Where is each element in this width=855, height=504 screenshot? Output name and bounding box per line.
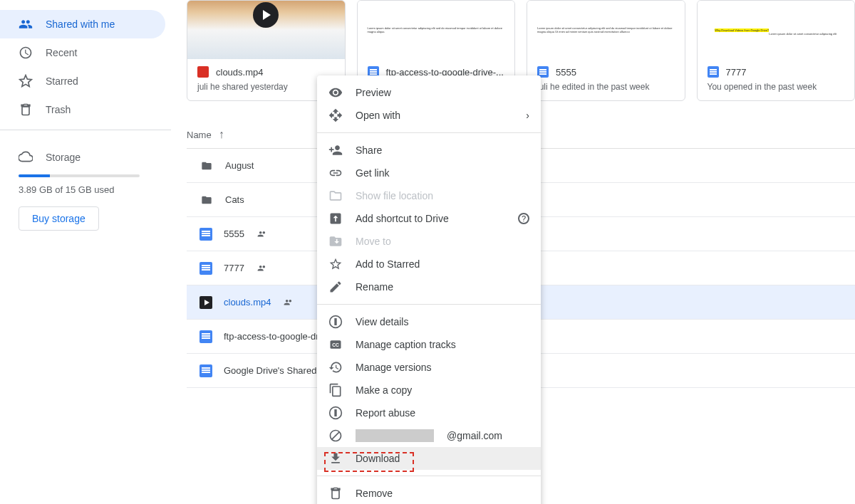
block-icon <box>328 429 343 443</box>
storage-bar <box>19 174 140 177</box>
card-subtitle: You opened in the past week <box>708 82 845 92</box>
person-add-icon <box>328 143 343 157</box>
cc-icon <box>328 337 343 352</box>
doc-icon <box>200 228 212 241</box>
menu-remove[interactable]: Remove <box>317 482 541 504</box>
menu-separator <box>317 132 541 133</box>
menu-manage-versions[interactable]: Manage versions <box>317 356 541 379</box>
trash-icon <box>19 103 33 117</box>
nav-label: Trash <box>46 104 71 115</box>
card-thumbnail: Lorem ipsum dolor sit amet consectetur a… <box>527 1 685 59</box>
shared-icon <box>282 298 295 308</box>
copy-icon <box>328 383 343 397</box>
card-subtitle: juli he edited in the past week <box>537 82 675 92</box>
divider <box>0 130 171 130</box>
menu-get-link[interactable]: Get link <box>317 162 541 184</box>
column-name: Name <box>187 130 212 140</box>
menu-caption-tracks[interactable]: Manage caption tracks <box>317 333 541 356</box>
file-name: 5555 <box>224 229 244 239</box>
context-menu: Preview Open with› Share Get link Show f… <box>317 75 541 504</box>
folder-icon <box>200 194 214 206</box>
move-to-icon <box>328 234 343 248</box>
menu-make-copy[interactable]: Make a copy <box>317 379 541 401</box>
menu-rename[interactable]: Rename <box>317 275 541 298</box>
menu-open-with[interactable]: Open with› <box>317 104 541 127</box>
file-name: Cats <box>225 194 244 205</box>
shared-icon <box>256 263 269 273</box>
file-name: August <box>225 160 254 171</box>
star-outline-icon <box>328 257 343 271</box>
file-name: ftp-access-to-google-drive <box>224 331 331 342</box>
storage-text: 3.89 GB of 15 GB used <box>19 184 152 195</box>
menu-show-location: Show file location <box>317 184 541 207</box>
card-5555[interactable]: Lorem ipsum dolor sit amet consectetur a… <box>527 0 685 101</box>
menu-view-details[interactable]: View details <box>317 310 541 333</box>
history-icon <box>328 360 343 374</box>
sort-arrow-up-icon: ↑ <box>219 128 224 141</box>
nav-trash[interactable]: Trash <box>0 95 165 124</box>
shared-icon <box>256 229 269 239</box>
menu-share[interactable]: Share <box>317 139 541 162</box>
nav-starred[interactable]: Starred <box>0 67 165 95</box>
cloud-icon <box>19 149 33 166</box>
card-thumbnail <box>187 1 345 59</box>
play-icon <box>253 2 279 28</box>
doc-icon <box>200 364 212 377</box>
file-name: 7777 <box>224 263 244 273</box>
redacted-email <box>356 429 434 442</box>
card-subtitle: juli he shared yesterday <box>197 82 335 92</box>
doc-icon <box>200 262 212 275</box>
menu-add-starred[interactable]: Add to Starred <box>317 253 541 275</box>
menu-move-to: Move to <box>317 230 541 253</box>
storage-section: Storage 3.89 GB of 15 GB used Buy storag… <box>0 136 171 231</box>
menu-download[interactable]: Download <box>317 447 541 470</box>
video-icon <box>197 66 209 78</box>
clock-icon <box>19 46 33 60</box>
nav-shared-with-me[interactable]: Shared with me <box>0 10 165 38</box>
people-icon <box>19 17 33 31</box>
open-with-icon <box>328 108 343 122</box>
card-title: 5555 <box>556 67 576 78</box>
menu-preview[interactable]: Preview <box>317 81 541 104</box>
nav-label: Starred <box>46 75 78 87</box>
doc-icon <box>708 66 719 78</box>
nav-label: Shared with me <box>46 19 115 30</box>
file-name: clouds.mp4 <box>224 297 271 308</box>
star-icon <box>19 74 33 88</box>
pencil-icon <box>328 280 343 294</box>
menu-separator <box>317 476 541 476</box>
eye-icon <box>328 85 343 100</box>
menu-block-email[interactable]: @gmail.com <box>317 424 541 447</box>
menu-add-shortcut[interactable]: Add shortcut to Drive? <box>317 207 541 230</box>
nav-recent[interactable]: Recent <box>0 38 165 67</box>
download-icon <box>328 451 343 466</box>
nav-label: Recent <box>46 47 77 58</box>
nav-storage[interactable]: Storage <box>19 143 152 172</box>
file-name: Google Drive's Shared <box>224 365 316 376</box>
delete-icon <box>328 486 343 500</box>
card-title: 7777 <box>726 67 747 78</box>
card-thumbnail: Why Download Videos from Google Drive?Lo… <box>698 1 855 59</box>
menu-separator <box>317 304 541 305</box>
card-7777[interactable]: Why Download Videos from Google Drive?Lo… <box>697 0 856 101</box>
sidebar: Shared with me Recent Starred Trash Stor… <box>0 0 171 231</box>
info-icon <box>328 315 343 329</box>
video-icon <box>200 296 212 309</box>
folder-icon <box>200 160 214 172</box>
report-icon <box>328 406 343 420</box>
card-thumbnail: Lorem ipsum dolor sit amet consectetur a… <box>358 1 515 59</box>
chevron-right-icon: › <box>526 110 529 121</box>
card-title: clouds.mp4 <box>216 67 263 78</box>
menu-report-abuse[interactable]: Report abuse <box>317 401 541 424</box>
help-icon[interactable]: ? <box>518 213 529 224</box>
storage-label: Storage <box>46 152 81 163</box>
doc-icon <box>200 330 212 343</box>
link-icon <box>328 166 343 180</box>
folder-outline-icon <box>328 189 343 203</box>
buy-storage-button[interactable]: Buy storage <box>19 206 99 231</box>
shortcut-icon <box>328 211 343 226</box>
